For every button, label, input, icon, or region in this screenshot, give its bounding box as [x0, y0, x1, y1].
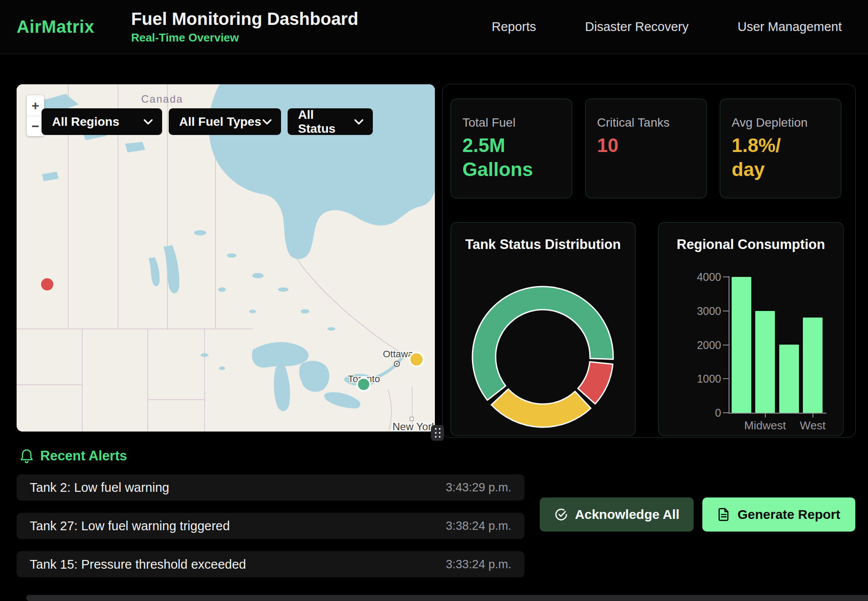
- donut-segment-critical[interactable]: [578, 362, 613, 404]
- chevron-down-icon: [263, 119, 271, 124]
- y-tick-label: 1000: [684, 373, 721, 385]
- bar-region-1[interactable]: [732, 277, 751, 413]
- generate-report-button[interactable]: Generate Report: [702, 497, 855, 532]
- bar-chart[interactable]: 0 1000 2000 3000 4000 Midwest West: [659, 223, 843, 435]
- alert-timestamp: 3:43:29 p.m.: [446, 481, 511, 494]
- fuel-type-filter-value: All Fuel Types: [179, 115, 261, 129]
- alert-timestamp: 3:33:24 p.m.: [446, 558, 511, 571]
- x-tick-label: West: [800, 419, 826, 432]
- y-tick-mark: [723, 378, 729, 379]
- kpi-card-critical-tanks: Critical Tanks 10: [585, 99, 707, 198]
- brand-logo: AirMatrix: [17, 17, 94, 37]
- kpi-label: Total Fuel: [462, 116, 560, 130]
- kpi-value: 10: [597, 133, 671, 157]
- y-tick-mark: [723, 311, 729, 311]
- new-york-town-icon: [410, 417, 413, 421]
- tank-marker-normal[interactable]: [356, 377, 371, 392]
- acknowledge-all-button[interactable]: Acknowledge All: [540, 497, 694, 532]
- tank-marker-warning[interactable]: [409, 352, 424, 367]
- acknowledge-all-label: Acknowledge All: [575, 507, 680, 522]
- dashboard-root: AirMatrix Fuel Monitoring Dashboard Real…: [0, 0, 868, 601]
- status-filter-dropdown[interactable]: All Status: [288, 108, 373, 135]
- y-axis: [729, 276, 729, 414]
- kpi-card-avg-depletion: Avg Depletion 1.8%/day: [720, 99, 841, 198]
- regional-consumption-chart-card: Regional Consumption 0 1000 2000 3000 40…: [658, 222, 844, 436]
- y-tick-label: 3000: [684, 304, 721, 317]
- horizontal-scrollbar[interactable]: [26, 595, 868, 601]
- page-title: Fuel Monitoring Dashboard: [131, 9, 358, 29]
- tank-marker-critical[interactable]: [41, 278, 53, 290]
- map-canvas[interactable]: Canada Ottawa Toronto New York: [17, 84, 435, 432]
- kpi-label: Avg Depletion: [732, 116, 830, 130]
- label-canada: Canada: [141, 93, 183, 105]
- x-axis: [729, 413, 826, 414]
- kpi-card-total-fuel: Total Fuel 2.5M Gallons: [451, 99, 572, 198]
- x-tick-mark: [812, 414, 813, 418]
- donut-chart[interactable]: [469, 283, 617, 431]
- chevron-down-icon: [354, 119, 363, 124]
- document-icon: [717, 508, 730, 522]
- status-filter-value: All Status: [298, 108, 354, 136]
- bar-region-3[interactable]: [779, 345, 799, 413]
- alert-timestamp: 3:38:24 p.m.: [446, 519, 511, 533]
- stats-panel: Total Fuel 2.5M Gallons Critical Tanks 1…: [442, 84, 856, 438]
- region-filter-dropdown[interactable]: All Regions: [42, 108, 162, 135]
- nav-disaster-recovery[interactable]: Disaster Recovery: [585, 20, 689, 34]
- title-block: Fuel Monitoring Dashboard Real-Time Over…: [131, 9, 358, 45]
- alert-row[interactable]: Tank 27: Low fuel warning triggered 3:38…: [17, 513, 524, 539]
- alert-row[interactable]: Tank 2: Low fuel warning 3:43:29 p.m.: [17, 474, 524, 501]
- kpi-value: 1.8%/day: [732, 133, 784, 181]
- ottawa-town-icon: [394, 361, 399, 366]
- alert-message: Tank 2: Low fuel warning: [30, 480, 169, 495]
- recent-alerts-title: Recent Alerts: [40, 448, 127, 464]
- y-tick-label: 2000: [684, 338, 721, 351]
- nav-reports[interactable]: Reports: [492, 20, 536, 34]
- alert-message: Tank 15: Pressure threshold exceeded: [30, 557, 246, 572]
- alert-row[interactable]: Tank 15: Pressure threshold exceeded 3:3…: [17, 551, 524, 577]
- y-tick-label: 0: [684, 407, 721, 419]
- chart-title: Tank Status Distribution: [451, 237, 635, 252]
- page-subtitle: Real-Time Overview: [131, 31, 358, 45]
- y-tick-label: 4000: [684, 271, 721, 283]
- bar-region-2[interactable]: [755, 311, 775, 413]
- main-nav: Reports Disaster Recovery User Managemen…: [492, 20, 842, 34]
- bar-region-4[interactable]: [803, 318, 823, 413]
- x-tick-label: Midwest: [744, 419, 786, 432]
- fuel-type-filter-dropdown[interactable]: All Fuel Types: [169, 108, 281, 135]
- region-filter-value: All Regions: [52, 115, 119, 129]
- y-tick-mark: [723, 412, 729, 413]
- nav-user-management[interactable]: User Management: [737, 20, 842, 34]
- kpi-label: Critical Tanks: [597, 116, 695, 130]
- y-tick-mark: [723, 276, 729, 277]
- header: AirMatrix Fuel Monitoring Dashboard Real…: [0, 0, 868, 54]
- chevron-down-icon: [144, 119, 153, 124]
- label-new-york: New York: [392, 421, 435, 432]
- y-tick-mark: [723, 345, 729, 345]
- donut-segment-warning[interactable]: [491, 389, 591, 427]
- resize-handle-icon[interactable]: [431, 425, 444, 441]
- alert-message: Tank 27: Low fuel warning triggered: [30, 519, 230, 533]
- map-filters: All Regions All Fuel Types All Status: [42, 108, 373, 135]
- kpi-value: 2.5M Gallons: [462, 133, 545, 181]
- x-tick-mark: [765, 414, 766, 418]
- recent-alerts-header: Recent Alerts: [19, 448, 127, 464]
- map-panel: Canada Ottawa Toronto New York + − All R…: [17, 84, 435, 432]
- bell-icon: [19, 448, 34, 464]
- check-circle-icon: [554, 508, 568, 522]
- generate-report-label: Generate Report: [737, 507, 840, 522]
- tank-status-chart-card: Tank Status Distribution: [451, 222, 635, 436]
